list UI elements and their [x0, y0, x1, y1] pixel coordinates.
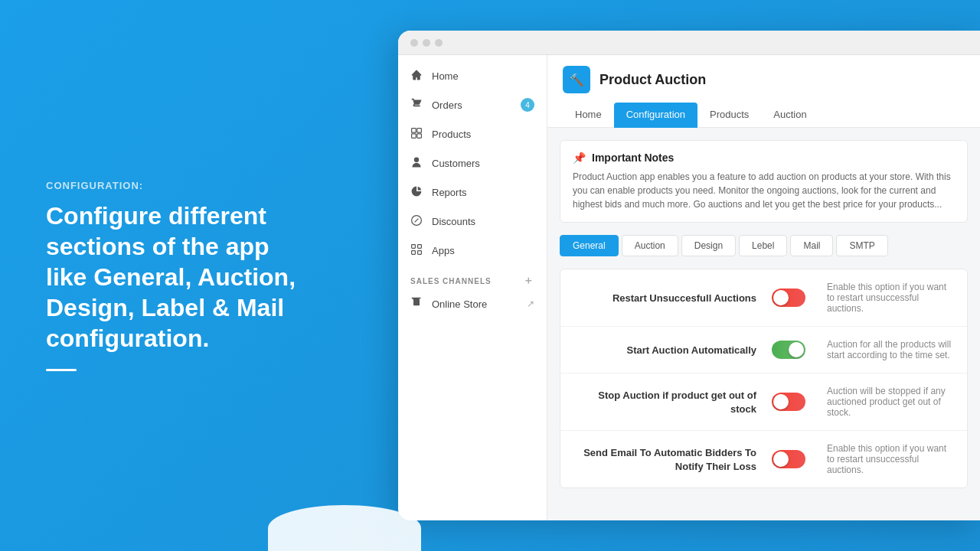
orders-icon — [410, 98, 424, 112]
send-email-label: Send Email To Automatic Bidders To Notif… — [583, 447, 756, 472]
notes-box: 📌 Important Notes Product Auction app en… — [560, 140, 968, 223]
main-content: 🔨 Product Auction Home Configuration Pro… — [547, 55, 980, 520]
sub-tabs: General Auction Design Lebel Mail SMTP — [560, 235, 968, 256]
send-email-label-col: Send Email To Automatic Bidders To Notif… — [573, 445, 772, 473]
content-body: 📌 Important Notes Product Auction app en… — [547, 128, 980, 520]
browser-card: Home Orders 4 — [398, 31, 980, 520]
stop-stock-label-col: Stop Auction if product get out of stock — [573, 388, 772, 416]
restart-desc: Enable this option if you want to restar… — [818, 282, 955, 314]
browser-dot-1 — [410, 39, 418, 47]
svg-rect-1 — [417, 129, 422, 133]
sidebar-item-products[interactable]: Products — [398, 119, 547, 148]
left-label: CONFIGURATION: — [46, 180, 306, 191]
wave-decoration — [268, 505, 421, 551]
sidebar-label-online-store: Online Store — [432, 298, 487, 310]
start-auto-desc: Auction for all the products will start … — [818, 339, 955, 360]
setting-start-auto: Start Auction Automatically Auction for … — [560, 327, 967, 373]
sidebar-item-apps[interactable]: Apps — [398, 236, 547, 265]
sub-tab-design[interactable]: Design — [681, 235, 736, 256]
sidebar-item-orders[interactable]: Orders 4 — [398, 90, 547, 119]
sidebar-label-discounts: Discounts — [432, 216, 475, 227]
tab-auction[interactable]: Auction — [761, 103, 818, 128]
sidebar-item-discounts[interactable]: Discounts — [398, 207, 547, 236]
sidebar-label-products: Products — [432, 129, 471, 140]
start-auto-label: Start Auction Automatically — [626, 344, 756, 356]
stop-stock-toggle-col — [772, 393, 818, 411]
notes-text: Product Auction app enables you a featur… — [573, 170, 955, 211]
sidebar-label-reports: Reports — [432, 187, 467, 198]
home-icon — [410, 69, 424, 83]
start-auto-toggle-col — [772, 341, 818, 359]
left-heading: Configure different sections of the app … — [46, 201, 306, 354]
browser-dot-3 — [435, 39, 443, 47]
sub-tab-mail[interactable]: Mail — [790, 235, 833, 256]
stop-stock-desc: Auction will be stopped if any auctioned… — [818, 386, 955, 418]
sidebar-label-apps: Apps — [432, 245, 455, 256]
start-auto-toggle[interactable] — [772, 341, 805, 359]
sub-tab-auction[interactable]: Auction — [622, 235, 678, 256]
browser-topbar — [398, 31, 980, 55]
left-panel: CONFIGURATION: Configure different secti… — [46, 180, 306, 371]
setting-stop-stock: Stop Auction if product get out of stock… — [560, 373, 967, 431]
tab-home[interactable]: Home — [563, 103, 614, 128]
sidebar-item-customers[interactable]: Customers — [398, 148, 547, 178]
external-link-icon: ↗ — [527, 298, 534, 309]
reports-icon — [410, 185, 424, 199]
stop-stock-label: Stop Auction if product get out of stock — [598, 390, 756, 415]
svg-rect-8 — [418, 251, 422, 255]
start-auto-label-col: Start Auction Automatically — [573, 343, 772, 357]
sub-tab-general[interactable]: General — [560, 235, 619, 256]
tab-configuration[interactable]: Configuration — [614, 103, 697, 128]
send-email-toggle[interactable] — [772, 450, 805, 468]
products-icon — [410, 127, 424, 141]
apps-icon — [410, 243, 424, 257]
notes-icon: 📌 — [573, 152, 586, 164]
svg-rect-7 — [412, 251, 416, 255]
left-divider — [46, 369, 77, 371]
discounts-icon — [410, 214, 424, 228]
tabs: Home Configuration Products Auction — [563, 103, 965, 127]
app-header-title-row: 🔨 Product Auction — [563, 66, 965, 93]
sidebar-label-customers: Customers — [432, 158, 480, 169]
sidebar-item-online-store[interactable]: Online Store ↗ — [398, 291, 547, 317]
send-email-desc: Enable this option if you want to restar… — [818, 443, 955, 475]
svg-rect-3 — [417, 134, 422, 139]
setting-restart: Restart Unsuccesfull Auctions Enable thi… — [560, 269, 967, 327]
svg-rect-0 — [412, 129, 416, 133]
svg-rect-2 — [412, 134, 416, 139]
app-area: Home Orders 4 — [398, 55, 980, 520]
settings-list: Restart Unsuccesfull Auctions Enable thi… — [560, 269, 968, 488]
browser-dot-2 — [423, 39, 430, 47]
restart-toggle[interactable] — [772, 289, 805, 307]
restart-label: Restart Unsuccesfull Auctions — [612, 292, 756, 304]
sub-tab-label[interactable]: Lebel — [739, 235, 787, 256]
app-title: Product Auction — [599, 72, 706, 88]
add-channel-icon[interactable]: ＋ — [523, 274, 534, 288]
orders-badge: 4 — [521, 98, 534, 112]
app-header: 🔨 Product Auction Home Configuration Pro… — [547, 55, 980, 128]
app-icon: 🔨 — [563, 66, 590, 93]
svg-rect-5 — [412, 245, 416, 249]
customers-icon — [410, 156, 424, 170]
tab-products[interactable]: Products — [697, 103, 761, 128]
stop-stock-toggle[interactable] — [772, 393, 805, 411]
store-icon — [410, 297, 424, 311]
sub-tab-smtp[interactable]: SMTP — [836, 235, 887, 256]
sidebar: Home Orders 4 — [398, 55, 547, 520]
setting-send-email: Send Email To Automatic Bidders To Notif… — [560, 431, 967, 487]
sidebar-label-orders: Orders — [432, 99, 462, 111]
restart-toggle-col — [772, 289, 818, 307]
sidebar-label-home: Home — [432, 70, 459, 82]
sales-channels-label: SALES CHANNELS — [410, 277, 492, 285]
sidebar-item-reports[interactable]: Reports — [398, 178, 547, 207]
sales-channels-section: SALES CHANNELS ＋ — [398, 265, 547, 291]
sidebar-item-home[interactable]: Home — [398, 61, 547, 90]
svg-rect-6 — [418, 245, 422, 249]
send-email-toggle-col — [772, 450, 818, 468]
restart-label-col: Restart Unsuccesfull Auctions — [573, 291, 772, 305]
notes-title: 📌 Important Notes — [573, 152, 955, 164]
